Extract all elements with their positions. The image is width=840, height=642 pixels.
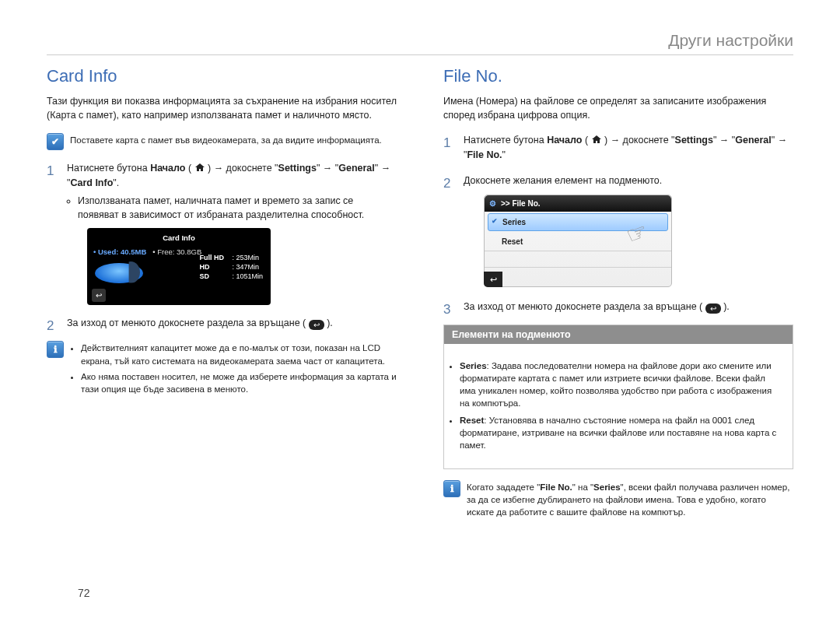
menu-item-series: Series	[488, 213, 668, 231]
left-note-1: Действителният капацитет може да е по-ма…	[81, 342, 397, 367]
submenu-reset: Reset: Установява в начално състояние но…	[460, 414, 782, 451]
card-info-intro: Тази функция ви показва информацията за …	[47, 94, 397, 122]
disc-chart-icon	[95, 263, 143, 283]
card-info-title: Card Info	[47, 66, 397, 86]
left-step-2: За изход от менюто докоснете раздела за …	[47, 316, 397, 331]
home-icon	[194, 162, 205, 171]
submenu-series: Series: Задава последователни номера на …	[460, 360, 782, 409]
menu-item-reset: Reset	[485, 233, 671, 251]
left-note-2: Ако няма поставен носител, не може да из…	[81, 370, 397, 396]
back-icon: ↩	[309, 320, 324, 330]
right-column: File No. Имена (Номера) на файлове се оп…	[443, 66, 793, 529]
file-no-tip: Когато зададете "File No." на "Series", …	[467, 480, 793, 518]
info-icon: ℹ	[443, 480, 460, 497]
file-no-screenshot: ⚙>> File No. Series Reset ☞ ↩	[484, 195, 672, 287]
left-step1-bullet: Използваната памет, наличната памет и вр…	[78, 194, 397, 222]
file-no-intro: Имена (Номера) на файлове се определят з…	[443, 94, 793, 122]
back-icon: ↩	[92, 289, 106, 302]
insert-card-note: Поставете карта с памет във видеокамерат…	[70, 133, 382, 146]
back-icon: ↩	[705, 303, 721, 314]
right-step-2: Докоснете желания елемент на подменюто. …	[443, 174, 793, 287]
check-icon: ✔	[47, 133, 64, 150]
card-info-screenshot: Card Info • Used: 40.5MB• Free: 30.8GB F…	[87, 228, 271, 305]
page-number: 72	[78, 587, 90, 599]
page-header: Други настройки	[47, 31, 793, 55]
submenu-title: Елементи на подменюто	[444, 325, 793, 344]
info-icon: ℹ	[47, 341, 64, 358]
gear-icon: ⚙	[489, 198, 496, 209]
left-column: Card Info Тази функция ви показва информ…	[47, 66, 397, 529]
right-step-3: За изход от менюто докоснете раздела за …	[443, 300, 793, 314]
file-no-title: File No.	[443, 66, 793, 86]
submenu-box: Елементи на подменюто Series: Задава пос…	[443, 325, 793, 469]
back-icon: ↩	[484, 272, 502, 287]
left-step-1: Натиснете бутона Начало ( ) → докоснете …	[47, 161, 397, 304]
right-step-1: Натиснете бутона Начало ( ) → докоснете …	[443, 133, 793, 163]
home-icon	[591, 134, 602, 143]
